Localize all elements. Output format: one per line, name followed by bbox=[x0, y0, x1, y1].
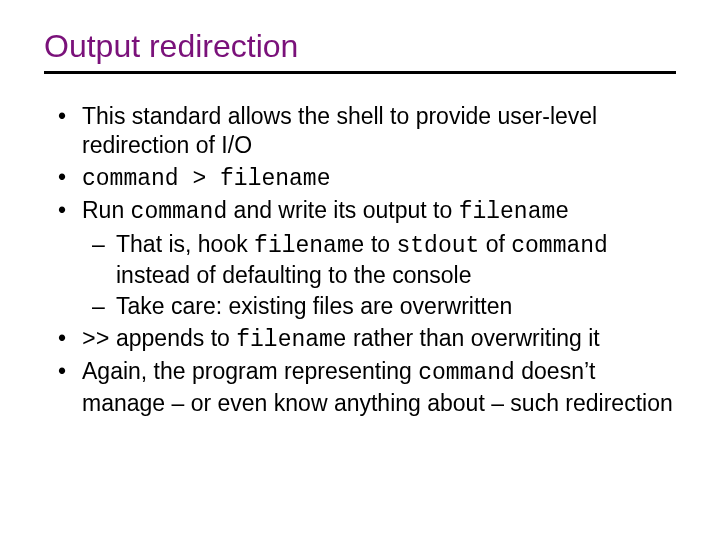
code-text: command bbox=[511, 233, 608, 259]
bullet-item: >> appends to filename rather than overw… bbox=[82, 324, 676, 355]
code-text: command bbox=[418, 360, 515, 386]
title-underline bbox=[44, 71, 676, 74]
bullet-text: That is, hook bbox=[116, 231, 254, 257]
code-text: filename bbox=[254, 233, 364, 259]
code-text: filename bbox=[236, 327, 346, 353]
bullet-text: Take care: existing files are overwritte… bbox=[116, 293, 512, 319]
bullet-text: and write its output to bbox=[227, 197, 458, 223]
sub-bullet-list: That is, hook filename to stdout of comm… bbox=[82, 230, 676, 322]
bullet-item: This standard allows the shell to provid… bbox=[82, 102, 676, 161]
bullet-text: Run bbox=[82, 197, 131, 223]
bullet-item: Again, the program representing command … bbox=[82, 357, 676, 418]
slide-title: Output redirection bbox=[44, 28, 676, 65]
bullet-text: Again, the program representing bbox=[82, 358, 418, 384]
bullet-text: instead of defaulting to the console bbox=[116, 262, 471, 288]
code-text: command > filename bbox=[82, 166, 330, 192]
bullet-item: command > filename bbox=[82, 163, 676, 194]
code-text: >> bbox=[82, 327, 110, 353]
bullet-list: This standard allows the shell to provid… bbox=[44, 102, 676, 418]
bullet-text: rather than overwriting it bbox=[347, 325, 600, 351]
code-text: filename bbox=[459, 199, 569, 225]
code-text: command bbox=[131, 199, 228, 225]
code-text: stdout bbox=[396, 233, 479, 259]
bullet-text: to bbox=[365, 231, 397, 257]
sub-bullet-item: That is, hook filename to stdout of comm… bbox=[116, 230, 676, 291]
bullet-text: of bbox=[479, 231, 511, 257]
slide: Output redirection This standard allows … bbox=[0, 0, 720, 540]
bullet-text: This standard allows the shell to provid… bbox=[82, 103, 597, 158]
bullet-text: appends to bbox=[110, 325, 237, 351]
sub-bullet-item: Take care: existing files are overwritte… bbox=[116, 292, 676, 321]
bullet-item: Run command and write its output to file… bbox=[82, 196, 676, 322]
